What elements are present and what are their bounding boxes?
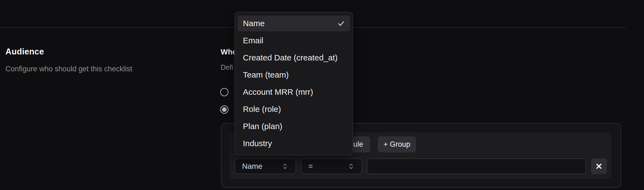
chevrons-up-down-icon — [281, 162, 289, 170]
dropdown-item-account-mrr[interactable]: Account MRR (mrr) — [237, 84, 350, 100]
rule-field-select-value: Name — [242, 162, 262, 171]
dropdown-item-email[interactable]: Email — [237, 33, 350, 48]
rule-operator-select[interactable]: = — [301, 158, 362, 174]
audience-option-radio-1[interactable] — [220, 88, 229, 96]
remove-rule-button[interactable]: ✕ — [591, 158, 607, 174]
page-subtitle: Configure who should get this checklist — [5, 65, 132, 73]
field-dropdown-menu: Name Email Created Date (created_at) Tea… — [235, 12, 353, 155]
chevrons-up-down-icon — [347, 162, 355, 170]
dropdown-item-name[interactable]: Name — [237, 16, 350, 31]
rule-value-input[interactable] — [367, 158, 586, 174]
page: Audience Configure who should get this c… — [0, 0, 644, 190]
check-icon — [337, 19, 345, 27]
x-icon: ✕ — [595, 161, 602, 171]
audience-form-description: Defi — [221, 63, 233, 72]
dropdown-item-team[interactable]: Team (team) — [237, 67, 350, 83]
rule-operator-select-value: = — [308, 162, 313, 171]
dropdown-item-role[interactable]: Role (role) — [237, 101, 350, 117]
audience-option-radio-2[interactable] — [220, 105, 229, 114]
dropdown-item-created-date[interactable]: Created Date (created_at) — [237, 50, 350, 66]
page-title: Audience — [5, 47, 44, 57]
dropdown-item-industry[interactable]: Industry — [237, 136, 350, 151]
dropdown-item-plan[interactable]: Plan (plan) — [237, 118, 350, 134]
rule-field-select[interactable]: Name — [235, 158, 296, 174]
add-group-button[interactable]: + Group — [378, 136, 416, 152]
radio-selected-dot — [222, 107, 227, 112]
